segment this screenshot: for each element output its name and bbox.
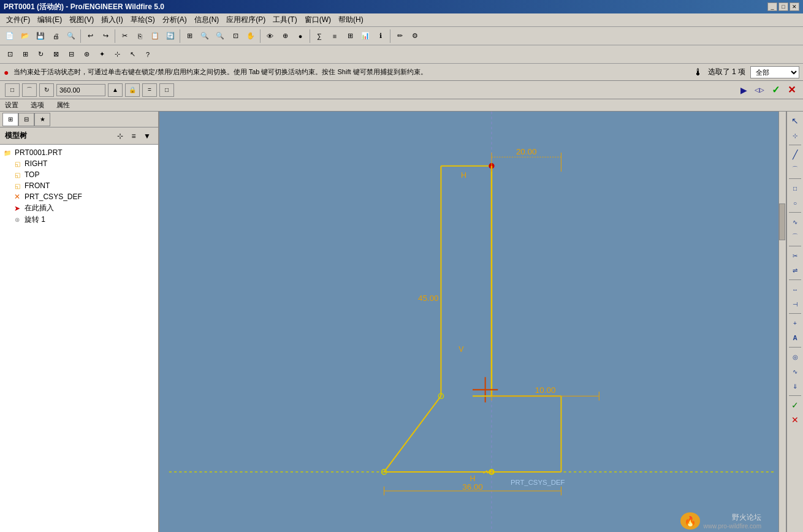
menu-item-W[interactable]: 窗口(W) [301, 13, 335, 26]
filter-select[interactable]: 全部 曲面 边 顶点 [750, 66, 799, 78]
cancel-button[interactable]: ✕ [785, 83, 798, 97]
menu-item-S[interactable]: 草绘(S) [127, 13, 159, 26]
tree-menu-btn[interactable]: ≡ [127, 130, 140, 142]
copy-btn[interactable]: ⎘ [132, 29, 147, 44]
sketch-btn5[interactable]: ⊟ [64, 47, 78, 62]
pan-btn[interactable]: ✋ [243, 29, 258, 44]
dim-up[interactable]: ▲ [108, 83, 123, 97]
rt-dim[interactable]: ↔ [788, 283, 802, 296]
close-button[interactable]: ✕ [790, 2, 799, 11]
paste-btn[interactable]: 📋 [148, 29, 162, 44]
rt-constraint[interactable]: ⊣ [788, 297, 802, 311]
open-btn[interactable]: 📂 [18, 29, 32, 44]
print-btn[interactable]: 🖨 [48, 29, 63, 44]
rt-check[interactable]: ✓ [788, 398, 802, 412]
menu-item-N[interactable]: 信息(N) [191, 13, 223, 26]
redo-btn[interactable]: ↪ [98, 29, 113, 44]
rt-select[interactable]: ↖ [788, 114, 802, 127]
cut-btn[interactable]: ✂ [117, 29, 132, 44]
cursor-icon[interactable]: ↖ [125, 47, 140, 62]
tree-filter-btn[interactable]: ⊹ [114, 130, 126, 142]
tab-settings[interactable]: 设置 [5, 101, 18, 110]
tree-item-top[interactable]: ◱ TOP [0, 169, 158, 180]
params-btn[interactable]: ≡ [327, 29, 342, 44]
menu-item-I[interactable]: 插入(I) [97, 13, 126, 26]
rt-spline[interactable]: ∿ [788, 365, 802, 378]
repaint-btn[interactable]: 🔄 [163, 29, 178, 44]
confirm-button[interactable]: ✓ [769, 83, 782, 97]
menu-item-T[interactable]: 工具(T) [269, 13, 300, 26]
constraint-btn2[interactable]: ⌒ [22, 83, 37, 97]
tree-item-revolve[interactable]: ⊛ 旋转 1 [0, 214, 158, 226]
zoom-fit[interactable]: ⊡ [228, 29, 243, 44]
rt-palette[interactable]: ◎ [788, 350, 802, 363]
sketch-btn6[interactable]: ⊛ [79, 47, 94, 62]
rt-trim[interactable]: ✂ [788, 249, 802, 262]
maximize-button[interactable]: □ [778, 2, 788, 11]
analysis-btn[interactable]: 📊 [358, 29, 373, 44]
relations-btn[interactable]: ∑ [312, 29, 327, 44]
datum-toggle[interactable]: ⊕ [278, 29, 292, 44]
rt-plus[interactable]: + [788, 316, 802, 330]
sketch-btn4[interactable]: ⊠ [48, 47, 63, 62]
tree-item-front[interactable]: ◱ FRONT [0, 180, 158, 191]
sketch-btn7[interactable]: ✦ [94, 47, 109, 62]
save-btn[interactable]: 💾 [33, 29, 48, 44]
menu-item-P[interactable]: 应用程序(P) [223, 13, 269, 26]
constraint-btn3[interactable]: ↻ [39, 83, 54, 97]
tree-item-right[interactable]: ◱ RIGHT [0, 158, 158, 169]
rt-mirror[interactable]: ⇌ [788, 264, 802, 277]
sketch-btn1[interactable]: ⊡ [2, 47, 17, 62]
new-btn[interactable]: 📄 [2, 29, 17, 44]
rt-smart[interactable]: ⊹ [788, 129, 802, 142]
tree-settings-btn[interactable]: ▼ [141, 130, 153, 142]
select-filter[interactable]: ⊞ [182, 29, 197, 44]
menu-item-A[interactable]: 分析(A) [159, 13, 191, 26]
view-mgr[interactable]: 👁 [262, 29, 277, 44]
viewport-scrollbar[interactable] [778, 112, 786, 532]
rt-cancel[interactable]: ✕ [788, 413, 802, 427]
rt-curve1[interactable]: ∿ [788, 215, 802, 229]
rt-circle[interactable]: ○ [788, 196, 802, 210]
dim-formula[interactable]: = [142, 83, 157, 97]
unknown-btn1[interactable]: ◁▷ [753, 83, 766, 97]
menu-item-F[interactable]: 文件(F) [2, 13, 34, 26]
scroll-thumb[interactable] [779, 203, 785, 240]
menu-item-V[interactable]: 视图(V) [66, 13, 97, 26]
rt-arc[interactable]: ⌒ [788, 162, 802, 176]
tree-item-csys[interactable]: ✕ PRT_CSYS_DEF [0, 191, 158, 202]
tab-options[interactable]: 选项 [31, 101, 44, 110]
panel-tab-layer[interactable]: ⊟ [18, 113, 34, 126]
render-btn[interactable]: ● [293, 29, 308, 44]
zoom-out[interactable]: 🔍 [213, 29, 227, 44]
sketch-tools[interactable]: ✏ [392, 29, 407, 44]
rt-text[interactable]: A [788, 331, 802, 344]
rt-rect[interactable]: □ [788, 181, 802, 195]
menu-item-H[interactable]: 帮助(H) [335, 13, 367, 26]
rt-curve2[interactable]: ⌒ [788, 230, 802, 243]
constraint-btn1[interactable]: □ [5, 83, 20, 97]
tab-properties[interactable]: 属性 [56, 101, 70, 110]
sketch-btn3[interactable]: ↻ [33, 47, 48, 62]
panel-tab-tree[interactable]: ⊞ [2, 113, 18, 126]
minimize-button[interactable]: _ [767, 2, 777, 11]
tree-item-root[interactable]: 📁 PRT0001.PRT [0, 147, 158, 158]
tree-item-insert[interactable]: ➤ 在此插入 [0, 202, 158, 214]
zoom-in[interactable]: 🔍 [197, 29, 212, 44]
menu-item-E[interactable]: 编辑(E) [34, 13, 66, 26]
dim-lock[interactable]: 🔒 [125, 83, 140, 97]
panel-tab-extra[interactable]: ★ [34, 113, 50, 126]
rt-line[interactable]: ╱ [788, 148, 802, 161]
rt-import[interactable]: ⇓ [788, 379, 802, 393]
preview-btn[interactable]: 🔍 [64, 29, 78, 44]
undo-btn[interactable]: ↩ [83, 29, 97, 44]
step-forward-btn[interactable]: ▶ [737, 83, 750, 97]
sketch-btn8[interactable]: ⊹ [110, 47, 124, 62]
feature-ops[interactable]: ⚙ [408, 29, 422, 44]
sketch-btn2[interactable]: ⊞ [18, 47, 32, 62]
dim-ref[interactable]: □ [159, 83, 174, 97]
layer-btn[interactable]: ⊞ [343, 29, 357, 44]
help-icon[interactable]: ? [140, 47, 155, 62]
dimension-input[interactable]: 360.00 [56, 84, 105, 96]
viewport[interactable]: 20.00 45.00 H V 10.00 36.00 H [159, 112, 786, 532]
